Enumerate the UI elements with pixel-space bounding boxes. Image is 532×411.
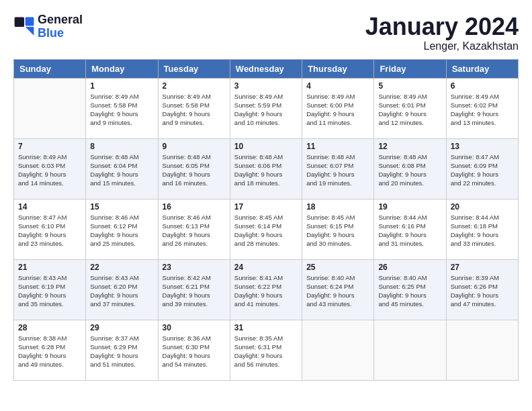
day-number: 9 bbox=[163, 142, 226, 151]
day-info: Sunrise: 8:49 AM Sunset: 6:02 PM Dayligh… bbox=[451, 92, 514, 128]
day-number: 1 bbox=[90, 81, 153, 91]
calendar-table: SundayMondayTuesdayWednesdayThursdayFrid… bbox=[13, 59, 519, 381]
calendar-cell: 5Sunrise: 8:49 AM Sunset: 6:01 PM Daylig… bbox=[374, 78, 446, 138]
calendar-cell: 27Sunrise: 8:39 AM Sunset: 6:26 PM Dayli… bbox=[446, 259, 518, 320]
calendar-cell: 18Sunrise: 8:45 AM Sunset: 6:15 PM Dayli… bbox=[302, 199, 374, 259]
day-number: 31 bbox=[234, 323, 298, 332]
calendar-cell bbox=[374, 320, 446, 380]
calendar-cell: 2Sunrise: 8:49 AM Sunset: 5:58 PM Daylig… bbox=[158, 78, 230, 138]
day-number: 8 bbox=[90, 142, 153, 151]
day-number: 24 bbox=[234, 263, 298, 272]
svg-rect-0 bbox=[15, 17, 24, 26]
calendar-cell: 13Sunrise: 8:47 AM Sunset: 6:09 PM Dayli… bbox=[446, 138, 518, 199]
weekday-header-saturday: Saturday bbox=[446, 59, 518, 78]
day-info: Sunrise: 8:47 AM Sunset: 6:09 PM Dayligh… bbox=[451, 152, 514, 188]
day-number: 21 bbox=[18, 263, 81, 272]
calendar-cell: 29Sunrise: 8:37 AM Sunset: 6:29 PM Dayli… bbox=[86, 320, 158, 380]
day-info: Sunrise: 8:41 AM Sunset: 6:22 PM Dayligh… bbox=[234, 273, 298, 309]
day-number: 10 bbox=[234, 142, 298, 151]
day-info: Sunrise: 8:48 AM Sunset: 6:04 PM Dayligh… bbox=[90, 152, 153, 188]
weekday-header-wednesday: Wednesday bbox=[230, 59, 302, 78]
calendar-cell: 23Sunrise: 8:42 AM Sunset: 6:21 PM Dayli… bbox=[158, 259, 230, 320]
logo-blue: Blue bbox=[38, 27, 83, 40]
day-number: 14 bbox=[18, 202, 81, 212]
calendar-cell: 7Sunrise: 8:49 AM Sunset: 6:03 PM Daylig… bbox=[14, 138, 86, 199]
weekday-header-monday: Monday bbox=[86, 59, 158, 78]
weekday-header-thursday: Thursday bbox=[302, 59, 374, 78]
calendar-cell: 30Sunrise: 8:36 AM Sunset: 6:30 PM Dayli… bbox=[158, 320, 230, 380]
calendar-cell: 17Sunrise: 8:45 AM Sunset: 6:14 PM Dayli… bbox=[230, 199, 302, 259]
day-info: Sunrise: 8:49 AM Sunset: 6:03 PM Dayligh… bbox=[18, 152, 81, 188]
day-number: 22 bbox=[90, 263, 153, 272]
calendar-cell: 19Sunrise: 8:44 AM Sunset: 6:16 PM Dayli… bbox=[374, 199, 446, 259]
calendar-cell: 8Sunrise: 8:48 AM Sunset: 6:04 PM Daylig… bbox=[86, 138, 158, 199]
weekday-header-tuesday: Tuesday bbox=[158, 59, 230, 78]
calendar-cell: 3Sunrise: 8:49 AM Sunset: 5:59 PM Daylig… bbox=[230, 78, 302, 138]
day-number: 19 bbox=[378, 202, 441, 212]
calendar-cell: 22Sunrise: 8:43 AM Sunset: 6:20 PM Dayli… bbox=[86, 259, 158, 320]
day-number: 27 bbox=[451, 263, 514, 272]
day-info: Sunrise: 8:36 AM Sunset: 6:30 PM Dayligh… bbox=[163, 334, 226, 369]
day-number: 7 bbox=[18, 142, 81, 151]
day-number: 26 bbox=[378, 263, 441, 272]
calendar-cell: 1Sunrise: 8:49 AM Sunset: 5:58 PM Daylig… bbox=[86, 78, 158, 138]
day-number: 12 bbox=[378, 142, 441, 151]
calendar-cell: 16Sunrise: 8:46 AM Sunset: 6:13 PM Dayli… bbox=[158, 199, 230, 259]
calendar-cell bbox=[302, 320, 374, 380]
day-info: Sunrise: 8:44 AM Sunset: 6:16 PM Dayligh… bbox=[378, 213, 441, 248]
day-info: Sunrise: 8:47 AM Sunset: 6:10 PM Dayligh… bbox=[18, 213, 81, 248]
logo-general: General bbox=[38, 13, 83, 27]
day-info: Sunrise: 8:49 AM Sunset: 6:01 PM Dayligh… bbox=[378, 92, 441, 128]
day-info: Sunrise: 8:49 AM Sunset: 6:00 PM Dayligh… bbox=[306, 92, 369, 128]
day-info: Sunrise: 8:46 AM Sunset: 6:12 PM Dayligh… bbox=[90, 213, 153, 248]
logo-icon bbox=[13, 16, 35, 38]
day-info: Sunrise: 8:40 AM Sunset: 6:25 PM Dayligh… bbox=[378, 273, 441, 309]
day-info: Sunrise: 8:38 AM Sunset: 6:28 PM Dayligh… bbox=[18, 334, 81, 369]
calendar-week-row: 1Sunrise: 8:49 AM Sunset: 5:58 PM Daylig… bbox=[14, 78, 519, 138]
day-number: 25 bbox=[306, 263, 369, 272]
calendar-cell: 25Sunrise: 8:40 AM Sunset: 6:24 PM Dayli… bbox=[302, 259, 374, 320]
day-info: Sunrise: 8:46 AM Sunset: 6:13 PM Dayligh… bbox=[163, 213, 226, 248]
calendar-cell: 24Sunrise: 8:41 AM Sunset: 6:22 PM Dayli… bbox=[230, 259, 302, 320]
svg-rect-1 bbox=[26, 17, 34, 26]
calendar-week-row: 14Sunrise: 8:47 AM Sunset: 6:10 PM Dayli… bbox=[14, 199, 519, 259]
day-number: 5 bbox=[378, 81, 441, 91]
calendar-cell: 4Sunrise: 8:49 AM Sunset: 6:00 PM Daylig… bbox=[302, 78, 374, 138]
day-number: 2 bbox=[163, 81, 226, 91]
day-info: Sunrise: 8:35 AM Sunset: 6:31 PM Dayligh… bbox=[234, 334, 298, 369]
day-number: 11 bbox=[306, 142, 369, 151]
day-number: 16 bbox=[163, 202, 226, 212]
location-title: Lenger, Kazakhstan bbox=[365, 40, 519, 52]
day-info: Sunrise: 8:40 AM Sunset: 6:24 PM Dayligh… bbox=[306, 273, 369, 309]
calendar-cell: 11Sunrise: 8:48 AM Sunset: 6:07 PM Dayli… bbox=[302, 138, 374, 199]
day-info: Sunrise: 8:48 AM Sunset: 6:08 PM Dayligh… bbox=[378, 152, 441, 188]
weekday-header-row: SundayMondayTuesdayWednesdayThursdayFrid… bbox=[14, 59, 519, 78]
calendar-cell: 21Sunrise: 8:43 AM Sunset: 6:19 PM Dayli… bbox=[14, 259, 86, 320]
day-info: Sunrise: 8:44 AM Sunset: 6:18 PM Dayligh… bbox=[451, 213, 514, 248]
day-number: 23 bbox=[163, 263, 226, 272]
day-info: Sunrise: 8:43 AM Sunset: 6:20 PM Dayligh… bbox=[90, 273, 153, 309]
calendar-week-row: 21Sunrise: 8:43 AM Sunset: 6:19 PM Dayli… bbox=[14, 259, 519, 320]
day-info: Sunrise: 8:39 AM Sunset: 6:26 PM Dayligh… bbox=[451, 273, 514, 309]
day-info: Sunrise: 8:49 AM Sunset: 5:58 PM Dayligh… bbox=[163, 92, 226, 128]
day-info: Sunrise: 8:45 AM Sunset: 6:14 PM Dayligh… bbox=[234, 213, 298, 248]
day-info: Sunrise: 8:42 AM Sunset: 6:21 PM Dayligh… bbox=[163, 273, 226, 309]
day-info: Sunrise: 8:45 AM Sunset: 6:15 PM Dayligh… bbox=[306, 213, 369, 248]
day-number: 28 bbox=[18, 323, 81, 332]
day-info: Sunrise: 8:49 AM Sunset: 5:58 PM Dayligh… bbox=[90, 92, 153, 128]
calendar-cell: 14Sunrise: 8:47 AM Sunset: 6:10 PM Dayli… bbox=[14, 199, 86, 259]
day-number: 30 bbox=[163, 323, 226, 332]
logo: General Blue bbox=[13, 13, 83, 40]
page-header: General Blue January 2024 Lenger, Kazakh… bbox=[13, 13, 519, 52]
day-number: 17 bbox=[234, 202, 298, 212]
calendar-cell: 20Sunrise: 8:44 AM Sunset: 6:18 PM Dayli… bbox=[446, 199, 518, 259]
calendar-cell: 26Sunrise: 8:40 AM Sunset: 6:25 PM Dayli… bbox=[374, 259, 446, 320]
weekday-header-sunday: Sunday bbox=[14, 59, 86, 78]
weekday-header-friday: Friday bbox=[374, 59, 446, 78]
calendar-cell: 12Sunrise: 8:48 AM Sunset: 6:08 PM Dayli… bbox=[374, 138, 446, 199]
day-info: Sunrise: 8:43 AM Sunset: 6:19 PM Dayligh… bbox=[18, 273, 81, 309]
title-section: January 2024 Lenger, Kazakhstan bbox=[365, 13, 519, 52]
day-info: Sunrise: 8:48 AM Sunset: 6:07 PM Dayligh… bbox=[306, 152, 369, 188]
day-number: 4 bbox=[306, 81, 369, 91]
calendar-cell: 31Sunrise: 8:35 AM Sunset: 6:31 PM Dayli… bbox=[230, 320, 302, 380]
